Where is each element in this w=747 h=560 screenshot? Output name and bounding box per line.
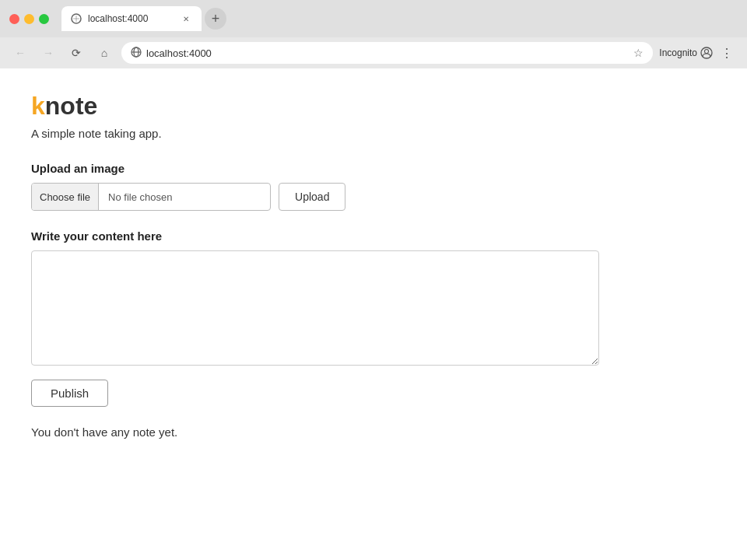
minimize-button[interactable]	[24, 14, 34, 24]
logo-note-text: note	[45, 92, 98, 120]
choose-file-button[interactable]: Choose file	[32, 183, 99, 211]
empty-state-text: You don't have any note yet.	[31, 425, 716, 439]
profile-label: Incognito	[659, 47, 697, 58]
globe-icon	[131, 47, 142, 60]
file-input-wrapper: Choose file No file chosen	[31, 183, 271, 211]
home-button[interactable]: ⌂	[93, 42, 115, 64]
tab-bar: localhost:4000 ✕ +	[55, 6, 233, 31]
tab-close-icon[interactable]: ✕	[180, 12, 192, 25]
content-label: Write your content here	[31, 229, 716, 243]
address-input[interactable]	[146, 47, 629, 59]
toolbar-right: Incognito ⋮	[659, 42, 738, 64]
browser-toolbar: ← → ⟳ ⌂ ☆ Incognito	[0, 37, 747, 68]
window-controls	[9, 14, 49, 24]
reload-button[interactable]: ⟳	[65, 42, 87, 64]
profile-icon	[700, 47, 713, 59]
upload-row: Choose file No file chosen Upload	[31, 183, 716, 211]
active-tab[interactable]: localhost:4000 ✕	[61, 6, 202, 31]
browser-titlebar: localhost:4000 ✕ +	[0, 0, 747, 37]
upload-section: Upload an image Choose file No file chos…	[31, 162, 716, 211]
app-tagline: A simple note taking app.	[31, 127, 716, 140]
new-tab-button[interactable]: +	[205, 8, 226, 30]
content-section: Write your content here	[31, 229, 716, 366]
browser-chrome: localhost:4000 ✕ + ← → ⟳ ⌂ ☆ Incognito	[0, 0, 747, 68]
tab-title: localhost:4000	[88, 13, 174, 24]
file-name-display: No file chosen	[99, 191, 270, 203]
content-textarea[interactable]	[31, 250, 599, 366]
forward-button[interactable]: →	[37, 42, 59, 64]
publish-button[interactable]: Publish	[31, 380, 108, 407]
upload-button[interactable]: Upload	[279, 183, 345, 211]
svg-point-4	[705, 50, 709, 54]
address-bar[interactable]: ☆	[121, 42, 653, 64]
bookmark-icon[interactable]: ☆	[633, 47, 644, 59]
profile-button[interactable]: Incognito	[659, 47, 713, 59]
back-button[interactable]: ←	[9, 42, 31, 64]
app-logo: knote	[31, 92, 716, 121]
logo-k-letter: k	[31, 92, 45, 120]
close-button[interactable]	[9, 14, 19, 24]
tab-favicon-icon	[71, 13, 82, 24]
maximize-button[interactable]	[39, 14, 49, 24]
upload-label: Upload an image	[31, 162, 716, 175]
page-content: knote A simple note taking app. Upload a…	[0, 68, 747, 560]
more-options-button[interactable]: ⋮	[716, 42, 738, 64]
